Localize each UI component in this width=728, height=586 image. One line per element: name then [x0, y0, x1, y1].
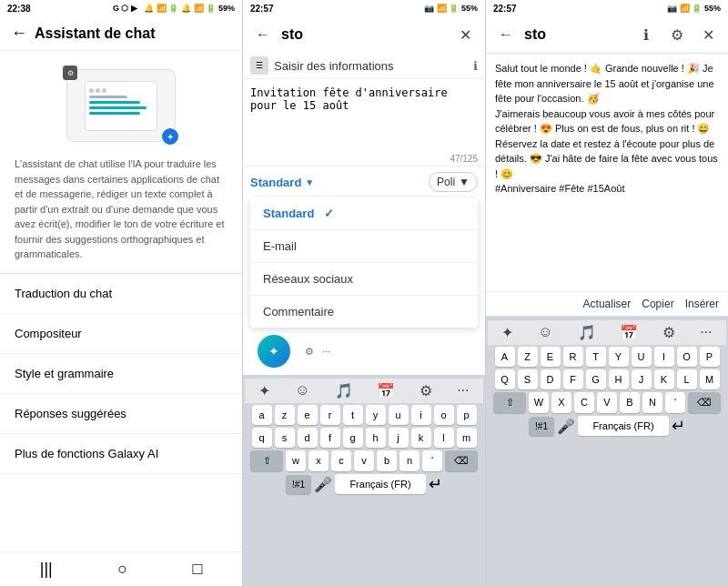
kb-key-D[interactable]: D: [541, 369, 561, 389]
kb-key-g[interactable]: g: [343, 428, 363, 448]
kb-key-d[interactable]: d: [298, 428, 318, 448]
kb-key-w[interactable]: w: [286, 450, 306, 471]
kb-key-n[interactable]: n: [399, 450, 420, 471]
kb-key-L[interactable]: L: [677, 369, 697, 389]
mic-icon-p2[interactable]: 🎤: [314, 476, 332, 493]
menu-item-reponses[interactable]: Réponses suggérées: [0, 394, 242, 434]
kb-key-X[interactable]: X: [551, 392, 571, 413]
p2-text-input[interactable]: Invitation fête d'anniversaire pour le 1…: [250, 86, 478, 141]
kb-key-I[interactable]: I: [654, 347, 674, 367]
actualiser-button[interactable]: Actualiser: [583, 298, 632, 310]
kb-key-G[interactable]: G: [586, 369, 606, 389]
kb-key-f[interactable]: f: [320, 428, 340, 448]
kb-key-m[interactable]: m: [457, 428, 477, 448]
kb-tool-3[interactable]: 🎵: [335, 382, 353, 399]
kb-special-p3[interactable]: !#1: [529, 417, 554, 436]
kb-tool-p3-1[interactable]: ✦: [501, 324, 513, 341]
kb-key-A[interactable]: A: [495, 347, 515, 367]
kb-key-o[interactable]: o: [434, 405, 454, 425]
kb-key-t[interactable]: t: [343, 405, 363, 425]
kb-tool-p3-2[interactable]: ☺: [538, 324, 552, 341]
nav-back-icon[interactable]: |||: [40, 560, 53, 579]
back-button-p1[interactable]: ←: [11, 24, 27, 43]
kb-tool-5[interactable]: ⚙: [420, 382, 432, 399]
kb-key-a[interactable]: a: [252, 405, 272, 425]
generate-button[interactable]: ✦: [258, 335, 290, 368]
kb-key-K[interactable]: K: [654, 369, 674, 389]
kb-tool-2[interactable]: ☺: [295, 382, 309, 399]
dropdown-item-email[interactable]: E-mail: [250, 230, 478, 263]
kb-shift-p2[interactable]: ⇧: [250, 450, 283, 471]
dropdown-item-standard[interactable]: Standard ✓: [250, 197, 478, 230]
menu-button-p3[interactable]: ⚙: [664, 22, 690, 47]
mic-icon-p3[interactable]: 🎤: [557, 418, 575, 435]
copier-button[interactable]: Copier: [642, 298, 673, 310]
menu-item-style[interactable]: Style et grammaire: [0, 354, 242, 394]
p2-input-area[interactable]: Invitation fête d'anniversaire pour le 1…: [243, 79, 485, 152]
kb-key-Q[interactable]: Q: [495, 369, 515, 389]
kb-key-U[interactable]: U: [632, 347, 652, 367]
kb-key-c[interactable]: c: [331, 450, 351, 471]
menu-item-traduction[interactable]: Traduction du chat: [0, 274, 242, 314]
inserer-button[interactable]: Insérer: [685, 298, 719, 310]
kb-key-Y[interactable]: Y: [609, 347, 629, 367]
kb-key-T[interactable]: T: [586, 347, 606, 367]
nav-home-icon[interactable]: ○: [117, 560, 127, 579]
kb-key-W[interactable]: W: [529, 392, 549, 413]
kb-key-p[interactable]: p: [457, 405, 477, 425]
style-dropdown[interactable]: Standard ▼: [250, 176, 314, 189]
kb-key-r[interactable]: r: [320, 405, 340, 425]
kb-space-p2[interactable]: Français (FR): [335, 474, 426, 494]
kb-shift-p3[interactable]: ⇧: [493, 392, 526, 413]
kb-tool-4[interactable]: 📅: [377, 382, 395, 399]
kb-key-O[interactable]: O: [677, 347, 697, 367]
kb-key-C[interactable]: C: [574, 392, 594, 413]
kb-key-l[interactable]: l: [434, 428, 454, 448]
kb-key-Z[interactable]: Z: [518, 347, 538, 367]
kb-key-P[interactable]: P: [700, 347, 720, 367]
close-button-p3[interactable]: ✕: [695, 22, 721, 47]
kb-space-p3[interactable]: Français (FR): [578, 416, 669, 436]
info-icon[interactable]: ℹ: [473, 59, 478, 73]
kb-key-v[interactable]: v: [354, 450, 374, 471]
dropdown-item-commentaire[interactable]: Commentaire: [250, 296, 478, 328]
kb-key-k[interactable]: k: [411, 428, 431, 448]
menu-item-plus[interactable]: Plus de fonctions Galaxy AI: [0, 434, 242, 474]
back-button-p3[interactable]: ←: [493, 22, 519, 47]
kb-tool-p3-3[interactable]: 🎵: [578, 324, 596, 341]
kb-key-APOS[interactable]: ': [665, 392, 685, 413]
kb-key-J[interactable]: J: [632, 369, 652, 389]
kb-key-y[interactable]: y: [366, 405, 386, 425]
nav-recents-icon[interactable]: □: [192, 560, 202, 579]
kb-backspace-p2[interactable]: ⌫: [445, 450, 478, 471]
tone-dropdown[interactable]: Poli ▼: [429, 172, 478, 192]
kb-key-s[interactable]: s: [275, 428, 295, 448]
kb-key-i[interactable]: i: [411, 405, 431, 425]
kb-key-E[interactable]: E: [541, 347, 561, 367]
kb-key-z[interactable]: z: [275, 405, 295, 425]
kb-tool-p3-6[interactable]: ···: [700, 324, 712, 341]
kb-tool-1[interactable]: ✦: [258, 382, 270, 399]
back-button-p2[interactable]: ←: [250, 22, 276, 47]
kb-key-M[interactable]: M: [700, 369, 720, 389]
kb-key-u[interactable]: u: [389, 405, 409, 425]
kb-key-apos[interactable]: ': [422, 450, 442, 471]
kb-tool-6[interactable]: ···: [457, 382, 469, 399]
kb-tool-p3-5[interactable]: ⚙: [662, 324, 675, 341]
kb-backspace-p3[interactable]: ⌫: [688, 392, 721, 413]
kb-special-p2[interactable]: !#1: [286, 475, 311, 494]
kb-enter-icon-p3[interactable]: ↵: [672, 416, 685, 436]
kb-key-B[interactable]: B: [620, 392, 640, 413]
kb-enter-icon-p2[interactable]: ↵: [429, 474, 442, 494]
kb-tool-p3-4[interactable]: 📅: [620, 324, 638, 341]
kb-key-H[interactable]: H: [609, 369, 629, 389]
kb-key-j[interactable]: j: [389, 428, 409, 448]
kb-key-x[interactable]: x: [308, 450, 329, 471]
kb-key-q[interactable]: q: [252, 428, 272, 448]
kb-key-h[interactable]: h: [366, 428, 386, 448]
kb-key-V[interactable]: V: [597, 392, 617, 413]
kb-key-R[interactable]: R: [563, 347, 583, 367]
kb-key-F[interactable]: F: [563, 369, 583, 389]
dropdown-item-reseaux[interactable]: Réseaux sociaux: [250, 263, 478, 296]
kb-key-N[interactable]: N: [642, 392, 662, 413]
